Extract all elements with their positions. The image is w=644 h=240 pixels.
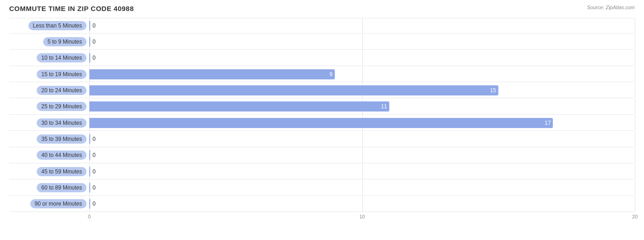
bar-area: 0 [89, 180, 635, 195]
bar-label: 45 to 59 Minutes [9, 167, 89, 176]
chart-body: Less than 5 Minutes05 to 9 Minutes010 to… [9, 18, 635, 212]
bar-area: 0 [89, 196, 635, 212]
label-pill: 20 to 24 Minutes [37, 86, 87, 95]
bar-area: 9 [89, 67, 635, 82]
bar-value: 0 [93, 136, 96, 142]
bar-value: 17 [545, 120, 551, 126]
x-tick: 0 [88, 214, 91, 219]
bar-area: 11 [89, 99, 635, 114]
label-pill: 30 to 34 Minutes [37, 118, 87, 128]
grid-line [635, 132, 635, 147]
bar-value: 15 [490, 87, 496, 94]
table-row: 20 to 24 Minutes15 [9, 83, 635, 98]
chart-source: Source: ZipAtlas.com [587, 5, 635, 10]
grid-line [635, 18, 635, 33]
bar-fill [89, 134, 90, 144]
bar-value: 0 [93, 55, 96, 61]
bar-label: 15 to 19 Minutes [9, 70, 89, 79]
bar-area: 0 [89, 164, 635, 179]
bar-fill [89, 150, 90, 160]
bar-value: 0 [93, 39, 96, 45]
grid-line [362, 50, 363, 66]
bar-area: 0 [89, 50, 635, 66]
grid-line [635, 196, 635, 212]
chart-container: COMMUTE TIME IN ZIP CODE 40988 Source: Z… [0, 0, 644, 240]
bar-label: 30 to 34 Minutes [9, 118, 89, 128]
bar-area: 0 [89, 148, 635, 163]
label-pill: 15 to 19 Minutes [37, 70, 87, 79]
x-axis: 01020 [89, 214, 635, 223]
grid-line [635, 115, 635, 130]
bar-fill: 11 [89, 101, 389, 112]
bar-fill [89, 199, 90, 209]
grid-line [635, 50, 635, 66]
bar-fill: 17 [89, 118, 553, 128]
bar-label: 20 to 24 Minutes [9, 86, 89, 95]
table-row: 60 to 89 Minutes0 [9, 180, 635, 196]
grid-line [635, 148, 635, 163]
bar-value: 9 [329, 71, 333, 78]
table-row: 40 to 44 Minutes0 [9, 148, 635, 163]
grid-line [635, 67, 635, 82]
label-pill: 60 to 89 Minutes [37, 183, 87, 192]
table-row: 45 to 59 Minutes0 [9, 164, 635, 179]
bar-label: 25 to 29 Minutes [9, 102, 89, 111]
table-row: 10 to 14 Minutes0 [9, 50, 635, 66]
grid-line [635, 83, 635, 98]
bar-label: Less than 5 Minutes [9, 21, 89, 30]
bar-chart: Less than 5 Minutes05 to 9 Minutes010 to… [9, 18, 635, 212]
table-row: Less than 5 Minutes0 [9, 18, 635, 33]
x-tick: 20 [632, 214, 638, 219]
bar-value: 0 [93, 152, 96, 158]
bar-fill [89, 21, 90, 31]
chart-header: COMMUTE TIME IN ZIP CODE 40988 Source: Z… [9, 5, 635, 12]
grid-line [635, 99, 635, 114]
grid-line [635, 180, 635, 195]
bar-area: 0 [89, 132, 635, 147]
table-row: 5 to 9 Minutes0 [9, 34, 635, 50]
label-pill: 35 to 39 Minutes [37, 134, 87, 144]
bar-fill [89, 53, 90, 63]
bar-label: 35 to 39 Minutes [9, 134, 89, 144]
grid-line [362, 196, 363, 212]
grid-line [362, 164, 363, 179]
label-pill: 25 to 29 Minutes [37, 102, 87, 111]
label-pill: 45 to 59 Minutes [37, 167, 87, 176]
grid-line [362, 34, 363, 49]
grid-line [635, 164, 635, 179]
label-pill: 10 to 14 Minutes [37, 53, 87, 62]
table-row: 90 or more Minutes0 [9, 196, 635, 212]
bar-value: 0 [93, 22, 96, 29]
grid-line [362, 18, 363, 33]
grid-line [362, 148, 363, 163]
chart-title: COMMUTE TIME IN ZIP CODE 40988 [9, 5, 134, 12]
bar-fill [89, 37, 90, 47]
bar-label: 90 or more Minutes [9, 199, 89, 208]
bar-area: 17 [89, 115, 635, 130]
bar-fill [89, 167, 90, 177]
bar-label: 5 to 9 Minutes [9, 37, 89, 46]
bar-value: 11 [381, 103, 387, 110]
grid-line [362, 132, 363, 147]
grid-line [635, 34, 635, 49]
label-pill: 90 or more Minutes [30, 199, 87, 208]
table-row: 25 to 29 Minutes11 [9, 99, 635, 115]
grid-line [362, 180, 363, 195]
bar-label: 40 to 44 Minutes [9, 151, 89, 160]
bar-fill: 15 [89, 85, 498, 95]
bar-area: 0 [89, 34, 635, 49]
bar-value: 0 [93, 201, 96, 207]
grid-line [362, 67, 363, 82]
bar-value: 0 [93, 168, 96, 175]
table-row: 15 to 19 Minutes9 [9, 67, 635, 82]
table-row: 30 to 34 Minutes17 [9, 115, 635, 131]
x-tick: 10 [359, 214, 365, 219]
label-pill: 40 to 44 Minutes [37, 151, 87, 160]
bar-fill [89, 183, 90, 193]
bar-value: 0 [93, 184, 96, 191]
bar-area: 15 [89, 83, 635, 98]
bar-fill: 9 [89, 69, 335, 79]
label-pill: 5 to 9 Minutes [43, 37, 87, 46]
bar-label: 60 to 89 Minutes [9, 183, 89, 192]
bar-area: 0 [89, 18, 635, 33]
